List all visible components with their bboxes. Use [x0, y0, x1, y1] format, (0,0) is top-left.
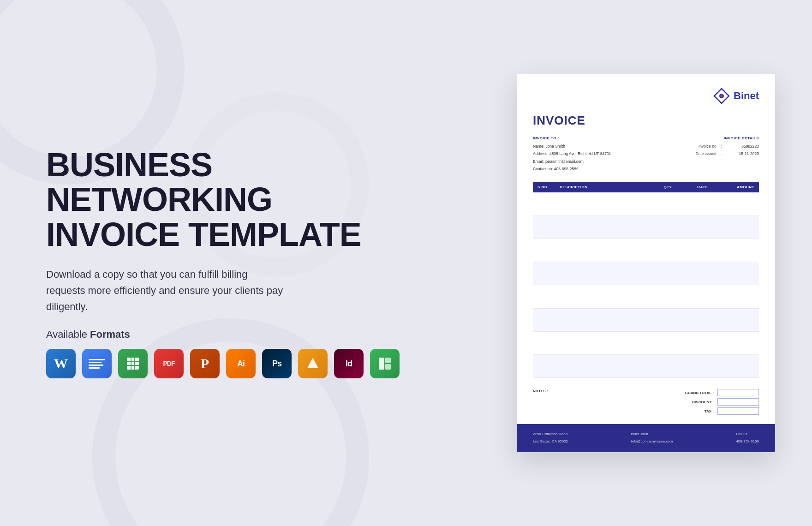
- table-cell: [555, 215, 651, 239]
- grand-total-label: Grand Total :: [677, 391, 714, 395]
- totals-section: Grand Total : Discount : Tax :: [677, 389, 759, 415]
- col-sno: S.No: [533, 182, 555, 192]
- footer-address: 2258 Driftwood Road Los Gatos, CA 95032: [533, 431, 568, 445]
- table-cell: [722, 331, 759, 354]
- logo-container: Binet: [713, 88, 759, 104]
- invoice-no-label: Invoice no: [699, 143, 716, 149]
- svg-rect-0: [127, 358, 139, 370]
- invoice-table: S.No Description QTY Rate Amount: [533, 182, 759, 378]
- grand-total-box: [717, 389, 759, 396]
- table-cell: [684, 308, 721, 331]
- table-cell: [652, 215, 684, 239]
- main-title: Business Networking Invoice Template: [46, 148, 400, 252]
- formats-label: Available Formats: [46, 329, 400, 341]
- invoice-date-row: Date issued : 15-11-2023: [696, 150, 759, 157]
- invoice-bottom: Notes : Grand Total : Discount : Tax :: [533, 389, 759, 415]
- tax-row: Tax :: [677, 407, 759, 415]
- table-cell: [684, 331, 721, 354]
- footer-phone-line2: 408-358-6160: [736, 439, 759, 445]
- table-cell: [652, 239, 684, 262]
- format-word-icon[interactable]: W: [46, 349, 76, 378]
- table-cell: [555, 239, 651, 262]
- invoice-to-header: Invoice To :: [533, 136, 611, 140]
- table-cell: [684, 262, 721, 285]
- format-ps-icon[interactable]: Ps: [262, 349, 292, 378]
- invoice-body: Binet Invoice Invoice To : Name: Jona Sm…: [517, 74, 775, 424]
- client-email: Email: jonasmith@email.com: [533, 158, 611, 165]
- format-numbers-icon[interactable]: [370, 349, 400, 378]
- grand-total-row: Grand Total :: [677, 389, 759, 396]
- description-text: Download a copy so that you can fulfill …: [46, 266, 286, 315]
- table-row: [533, 262, 759, 285]
- table-cell: [722, 239, 759, 262]
- format-pdf-icon[interactable]: PDF: [154, 349, 184, 378]
- table-cell: [652, 355, 684, 378]
- invoice-logo-row: Binet: [533, 88, 759, 104]
- notes-section: Notes :: [533, 389, 548, 393]
- col-rate: Rate: [684, 182, 721, 192]
- table-cell: [652, 262, 684, 285]
- table-row: [533, 192, 759, 215]
- invoice-to-section: Invoice To : Name: Jona Smith Address: 4…: [533, 136, 611, 173]
- footer-phone: Call us 408-358-6160: [736, 431, 759, 445]
- client-name: Name: Jona Smith: [533, 143, 611, 149]
- invoice-title: Invoice: [533, 114, 759, 128]
- footer-website-line1: binet .com: [631, 431, 673, 437]
- format-keynote-icon[interactable]: [298, 349, 328, 378]
- table-cell: [533, 192, 555, 215]
- left-panel: Business Networking Invoice Template Dow…: [46, 148, 400, 378]
- logo-text: Binet: [734, 90, 759, 102]
- footer-address-line1: 2258 Driftwood Road: [533, 431, 568, 437]
- format-ai-icon[interactable]: Ai: [226, 349, 256, 378]
- invoice-no-value: 65982223: [727, 143, 759, 149]
- svg-rect-7: [385, 358, 391, 363]
- invoice-info-row: Invoice To : Name: Jona Smith Address: 4…: [533, 136, 759, 173]
- table-cell: [533, 215, 555, 239]
- table-cell: [722, 192, 759, 215]
- table-cell: [722, 285, 759, 308]
- discount-label: Discount :: [677, 400, 714, 404]
- table-row: [533, 331, 759, 354]
- table-row: [533, 239, 759, 262]
- table-cell: [533, 355, 555, 378]
- format-sheets-icon[interactable]: [118, 349, 148, 378]
- table-cell: [555, 262, 651, 285]
- svg-rect-8: [385, 364, 391, 370]
- discount-box: [717, 398, 759, 406]
- table-cell: [722, 215, 759, 239]
- table-cell: [652, 285, 684, 308]
- table-cell: [652, 331, 684, 354]
- invoice-number-row: Invoice no : 65982223: [696, 143, 759, 149]
- binet-logo-icon: [713, 88, 730, 104]
- table-cell: [533, 308, 555, 331]
- format-indesign-icon[interactable]: Id: [334, 349, 364, 378]
- table-row: [533, 308, 759, 331]
- format-icons-row: W: [46, 349, 400, 378]
- discount-row: Discount :: [677, 398, 759, 406]
- svg-marker-5: [307, 358, 318, 368]
- main-layout: Business Networking Invoice Template Dow…: [0, 0, 812, 526]
- tax-box: [717, 407, 759, 415]
- table-cell: [684, 239, 721, 262]
- format-docs-icon[interactable]: [82, 349, 112, 378]
- table-cell: [533, 285, 555, 308]
- col-amount: Amount: [722, 182, 759, 192]
- table-cell: [652, 308, 684, 331]
- invoice-footer: 2258 Driftwood Road Los Gatos, CA 95032 …: [517, 424, 775, 452]
- invoice-preview: Binet Invoice Invoice To : Name: Jona Sm…: [517, 74, 775, 452]
- format-ppt-icon[interactable]: P: [190, 349, 220, 378]
- footer-address-line2: Los Gatos, CA 95032: [533, 439, 568, 445]
- formats-section: Available Formats W: [46, 329, 400, 378]
- col-description: Description: [555, 182, 651, 192]
- footer-website: binet .com info@companyname.com: [631, 431, 673, 445]
- invoice-details-header: Invoice Details: [696, 136, 759, 140]
- table-cell: [533, 239, 555, 262]
- table-cell: [722, 355, 759, 378]
- table-cell: [684, 192, 721, 215]
- footer-phone-line1: Call us: [736, 431, 759, 437]
- table-cell: [722, 308, 759, 331]
- table-cell: [555, 192, 651, 215]
- notes-label: Notes :: [533, 389, 548, 393]
- table-cell: [555, 331, 651, 354]
- table-cell: [555, 355, 651, 378]
